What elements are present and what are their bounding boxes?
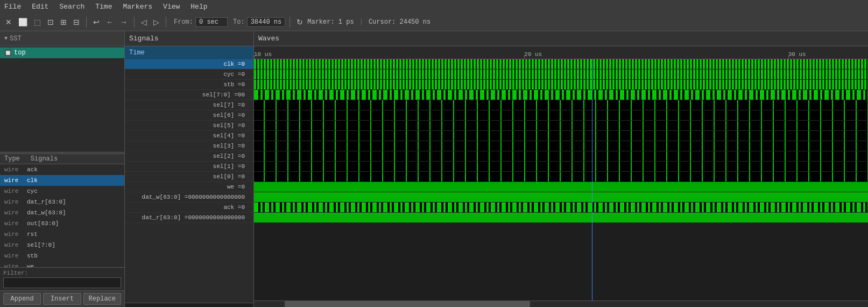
wave-row[interactable] [254,80,868,90]
wave-canvas [254,203,868,212]
zoom-out-button[interactable]: ⊟ [71,17,82,27]
wave-row[interactable] [254,162,868,172]
replace-button[interactable]: Replace [83,293,121,305]
signal-list-item[interactable]: wirestb [0,250,124,261]
menu-help[interactable]: Help [188,3,209,11]
signals-panel-row[interactable]: ack =0 [125,203,253,213]
signals-panel-row[interactable]: clk =0 [125,59,253,69]
zoom-in-button[interactable]: ⊞ [58,17,69,27]
wave-row[interactable] [254,100,868,110]
expand-button[interactable]: ⬚ [32,17,43,27]
sig-name: ack [27,166,38,173]
wave-row[interactable] [254,131,868,141]
signal-list-item[interactable]: wireclk [0,175,124,186]
sig-name: we [27,263,34,268]
separator-2 [134,17,135,27]
signals-panel-row[interactable]: sel[6] =0 [125,110,253,121]
wave-row[interactable] [254,213,868,223]
wave-row[interactable] [254,59,868,69]
sig-row-value: dat_r[63:0] =0000000000000000 [129,214,249,221]
sig-type: wire [4,263,22,268]
waves-header: Waves [254,31,868,46]
signals-panel-row[interactable]: sel[0] =0 [125,172,253,182]
nav-right-button[interactable]: → [118,17,130,27]
wave-canvas [254,100,868,110]
sst-tree[interactable]: 🔲 top [0,46,124,152]
signals-title: Signals [129,34,159,43]
prev-button[interactable]: ◁ [139,17,149,27]
undo-button[interactable]: ↩ [91,17,102,27]
fit-button[interactable]: ⊡ [45,17,56,27]
signals-panel-row[interactable]: cyc =0 [125,69,253,80]
sst-buttons: Append Insert Replace [0,290,124,307]
append-button[interactable]: Append [3,293,41,305]
signals-panel-row[interactable]: sel[7:0] =00 [125,90,253,100]
nav-left-button[interactable]: ← [104,17,116,27]
signal-list-item[interactable]: wiresel[7:0] [0,240,124,250]
wave-row[interactable] [254,182,868,192]
signal-list-item[interactable]: wireout[63:0] [0,218,124,229]
signals-panel-row[interactable]: sel[7] =0 [125,100,253,110]
menu-edit[interactable]: Edit [30,3,51,11]
wave-canvas [254,121,868,130]
signal-list-item[interactable]: wiredat_r[63:0] [0,197,124,207]
module-icon: 🔲 [4,50,12,57]
signal-list-item[interactable]: wireack [0,164,124,175]
sig-type: wire [4,220,22,227]
sig-row-value: dat_w[63:0] =0000000000000000 [129,194,249,200]
signals-panel-row[interactable]: dat_w[63:0] =0000000000000000 [125,192,253,203]
sig-type: wire [4,231,22,238]
menu-file[interactable]: File [2,3,23,11]
signal-list-item[interactable]: wirerst [0,229,124,240]
signal-list-item[interactable]: wiredat_w[63:0] [0,207,124,218]
wave-row[interactable] [254,110,868,121]
sig-type: wire [4,177,22,184]
signals-scrollbar[interactable] [125,303,253,307]
scroll-thumb[interactable] [285,301,530,307]
col-type: Type [4,155,20,163]
copy-button[interactable]: ⬜ [16,17,30,27]
close-button[interactable]: ✕ [3,17,14,27]
wave-row[interactable] [254,90,868,100]
signals-panel-row[interactable]: dat_r[63:0] =0000000000000000 [125,213,253,223]
menu-search[interactable]: Search [57,3,87,11]
signals-panel-row[interactable]: sel[5] =0 [125,121,253,131]
signal-list-item[interactable]: wirewe [0,261,124,268]
insert-button[interactable]: Insert [43,293,81,305]
sig-row-value: ack =0 [129,204,249,211]
wave-row[interactable] [254,69,868,80]
wave-row[interactable] [254,203,868,213]
filter-input[interactable] [3,277,121,288]
signals-panel-row[interactable]: sel[2] =0 [125,151,253,162]
filter-area: Filter: [0,267,124,290]
signals-panel-row[interactable]: stb =0 [125,80,253,90]
wave-row[interactable] [254,151,868,162]
sst-header: ▼ SST [0,31,124,46]
waves-content[interactable] [254,59,868,301]
wave-row[interactable] [254,121,868,131]
wave-row[interactable] [254,141,868,151]
next-button[interactable]: ▷ [151,17,161,27]
signals-panel-row[interactable]: sel[1] =0 [125,162,253,172]
signals-panel-row[interactable]: sel[3] =0 [125,141,253,151]
sig-name: stb [27,253,38,259]
signals-panel-row[interactable]: sel[4] =0 [125,131,253,141]
signals-signal-list[interactable]: clk =0cyc =0stb =0sel[7:0] =00sel[7] =0s… [125,59,253,303]
signals-list[interactable]: wireackwireclkwirecycwiredat_r[63:0]wire… [0,164,124,268]
signals-panel-row[interactable]: we =0 [125,182,253,192]
wave-row[interactable] [254,192,868,203]
sig-type: wire [4,242,22,248]
waves-time-ruler: 10 us20 us30 us [254,46,868,59]
waves-scrollbar[interactable] [254,301,868,307]
menu-view[interactable]: View [161,3,182,11]
waves-panel: Waves 10 us20 us30 us [254,31,868,307]
sig-row-value: sel[7:0] =00 [129,92,249,98]
marker-info: Marker: 1 ps [307,18,354,26]
signal-list-item[interactable]: wirecyc [0,186,124,197]
refresh-button[interactable]: ↻ [294,17,305,27]
menu-markers[interactable]: Markers [121,3,154,11]
tree-item-top[interactable]: 🔲 top [0,47,124,58]
menu-time[interactable]: Time [93,3,114,11]
sig-row-value: sel[7] =0 [129,102,249,108]
wave-row[interactable] [254,172,868,182]
